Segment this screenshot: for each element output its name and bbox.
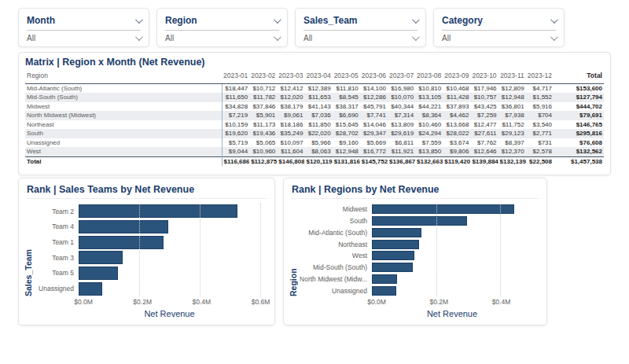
- row-total-cell: $146,765: [554, 120, 604, 130]
- matrix-cell: $120,119: [304, 156, 332, 166]
- chevron-down-icon[interactable]: [412, 33, 420, 41]
- sales-team-bars: [79, 204, 267, 296]
- matrix-cell: $2,578: [526, 147, 554, 156]
- matrix-cell: $7,259: [470, 111, 498, 120]
- matrix-header-row: Region2023-012023-022023-032023-042023-0…: [25, 70, 604, 83]
- region-chart-body: Region MidwestSouthMid-Atlantic (South)N…: [292, 204, 539, 322]
- bar-team-3[interactable]: [79, 251, 123, 264]
- sales-team-x-axis: $0.0M$0.2M$0.4M$0.6M: [38, 296, 267, 307]
- chevron-down-icon[interactable]: [135, 16, 143, 24]
- matrix-cell: $10,070: [388, 93, 415, 102]
- matrix-cell: $131,816: [333, 156, 360, 166]
- bar-north-midwest-midw[interactable]: [372, 274, 397, 284]
- matrix-cell: $11,810: [333, 83, 360, 93]
- region-x-axis: $0.0M$0.2M$0.4M: [303, 296, 539, 307]
- bar-south[interactable]: [372, 216, 467, 226]
- bar-team-2[interactable]: [79, 204, 237, 218]
- chevron-down-icon[interactable]: [412, 16, 420, 24]
- matrix-cell: $145,752: [360, 156, 388, 166]
- slicer-region-dropdown[interactable]: All: [165, 30, 279, 46]
- matrix-cell: $1,552: [526, 93, 554, 102]
- matrix-cell: $11,752: [498, 120, 526, 130]
- matrix-cell: $7,741: [360, 111, 388, 120]
- matrix-column-header: 2023-09: [443, 70, 470, 83]
- table-row: Mid-South (South)$11,650$11,782$12,020$1…: [25, 93, 604, 102]
- matrix-cell: $3,674: [443, 138, 470, 148]
- slicer-month: Month All: [18, 8, 149, 47]
- category-label: Unassigned: [332, 287, 367, 295]
- bar-midwest[interactable]: [372, 204, 514, 214]
- bar-mid-south-south[interactable]: [372, 263, 413, 272]
- slicer-region-header[interactable]: Region: [165, 13, 279, 28]
- matrix-cell: $45,791: [360, 102, 388, 112]
- matrix-cell: $15,645: [333, 120, 360, 130]
- chevron-down-icon[interactable]: [274, 33, 281, 41]
- matrix-cell: $12,286: [360, 93, 388, 102]
- matrix-column-header: 2023-07: [388, 70, 415, 83]
- matrix-cell: $14,046: [360, 120, 388, 130]
- slicer-category-value: All: [442, 34, 451, 42]
- bar-team-5[interactable]: [79, 267, 118, 280]
- matrix-column-header: 2023-03: [277, 70, 304, 83]
- matrix-cell: $12,370: [498, 147, 526, 156]
- row-label: Total: [25, 156, 222, 166]
- matrix-cell: $10,159: [222, 120, 249, 130]
- matrix-cell: $9,806: [443, 147, 470, 156]
- category-label: West: [352, 252, 367, 259]
- chevron-down-icon[interactable]: [274, 16, 281, 24]
- chevron-down-icon[interactable]: [135, 33, 143, 41]
- matrix-cell: $7,314: [388, 111, 415, 120]
- category-label: Mid-Atlantic (South): [308, 229, 367, 237]
- category-label: North Midwest (Midw...: [300, 275, 367, 283]
- matrix-cell: $13,668: [443, 120, 470, 130]
- matrix-cell: $146,808: [277, 156, 304, 166]
- matrix-cell: $35,249: [277, 129, 304, 138]
- slicer-category-title: Category: [442, 15, 483, 26]
- bar-west[interactable]: [372, 251, 414, 260]
- bar-mid-atlantic-south[interactable]: [372, 228, 421, 237]
- row-total-cell: $153,600: [554, 83, 604, 93]
- matrix-column-header: 2023-11: [498, 70, 526, 83]
- slicer-category-dropdown[interactable]: All: [442, 30, 556, 46]
- matrix-cell: $6,690: [333, 111, 360, 120]
- matrix-cell: $3,540: [526, 120, 554, 130]
- matrix-cell: $41,143: [304, 102, 332, 112]
- bar-team-1[interactable]: [79, 236, 164, 249]
- slicer-month-dropdown[interactable]: All: [27, 30, 141, 46]
- bar-northeast[interactable]: [372, 240, 419, 249]
- matrix-column-header: 2023-10: [470, 70, 498, 83]
- bar-unassigned[interactable]: [79, 282, 102, 296]
- matrix-cell: $4,462: [443, 111, 470, 120]
- category-label: Team 5: [52, 269, 74, 277]
- bar-team-4[interactable]: [79, 220, 168, 233]
- slicer-month-header[interactable]: Month: [27, 13, 141, 28]
- category-label: Team 4: [52, 222, 74, 230]
- bar-unassigned[interactable]: [372, 286, 396, 296]
- category-label: South: [350, 217, 367, 225]
- matrix-cell: $43,425: [470, 102, 498, 112]
- matrix-cell: $29,123: [498, 129, 526, 138]
- matrix-cell: $13,809: [388, 120, 415, 130]
- row-label: Midwest: [25, 102, 222, 112]
- matrix-cell: $5,916: [526, 102, 554, 112]
- matrix-cell: $731: [526, 138, 554, 148]
- matrix-column-header: 2023-05: [333, 70, 360, 83]
- matrix-cell: $5,669: [360, 138, 388, 148]
- row-label: West: [25, 147, 222, 156]
- row-label: North Midwest (Midwest): [25, 111, 222, 120]
- slicer-sales-team-header[interactable]: Sales_Team: [303, 13, 417, 28]
- matrix-cell: $139,884: [470, 156, 498, 166]
- slicer-category-header[interactable]: Category: [442, 13, 556, 28]
- axis-tick-label: $0.0M: [367, 298, 386, 306]
- axis-tick-label: $0.4M: [492, 298, 511, 306]
- chevron-down-icon[interactable]: [550, 16, 558, 24]
- region-x-ticks: $0.0M$0.2M$0.4M: [377, 296, 539, 307]
- axis-tick-label: $0.6M: [252, 298, 270, 306]
- slicer-sales-team-dropdown[interactable]: All: [303, 30, 417, 46]
- matrix-cell: $17,946: [470, 83, 498, 93]
- slicer-region-title: Region: [165, 15, 197, 26]
- slicer-sales-team: Sales_Team All: [295, 8, 426, 47]
- sales-team-chart-card: Rank | Sales Teams by Net Revenue Sales_…: [18, 178, 275, 325]
- matrix-cell: $18,447: [222, 83, 249, 93]
- chevron-down-icon[interactable]: [550, 33, 558, 41]
